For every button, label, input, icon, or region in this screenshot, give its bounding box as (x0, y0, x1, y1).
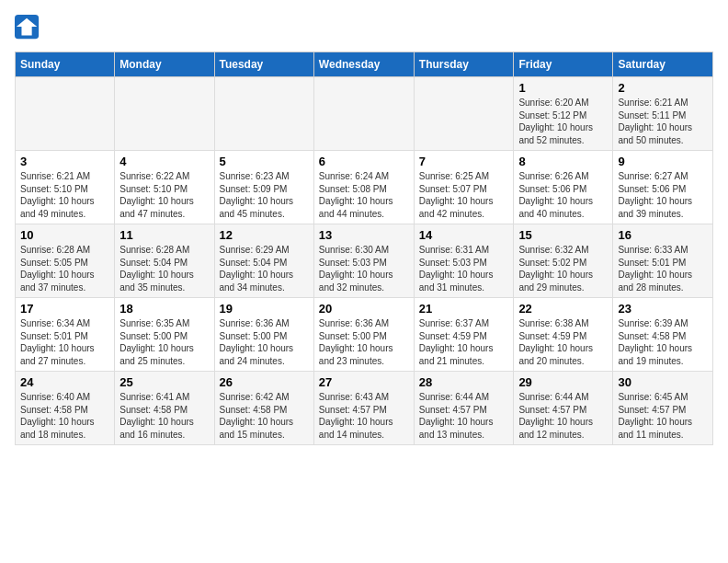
day-cell (214, 77, 313, 151)
week-row-2: 3Sunrise: 6:21 AMSunset: 5:10 PMDaylight… (16, 151, 713, 224)
day-detail: Sunrise: 6:20 AMSunset: 5:12 PMDaylight:… (518, 97, 608, 146)
day-cell: 13Sunrise: 6:30 AMSunset: 5:03 PMDayligh… (313, 224, 414, 298)
week-row-5: 24Sunrise: 6:40 AMSunset: 4:58 PMDayligh… (16, 372, 713, 445)
day-cell: 11Sunrise: 6:28 AMSunset: 5:04 PMDayligh… (115, 224, 214, 298)
logo (15, 15, 44, 40)
day-number: 24 (20, 375, 109, 389)
day-number: 18 (119, 302, 209, 316)
day-cell: 15Sunrise: 6:32 AMSunset: 5:02 PMDayligh… (514, 224, 613, 298)
day-number: 11 (119, 228, 209, 242)
day-detail: Sunrise: 6:38 AMSunset: 4:59 PMDaylight:… (518, 317, 608, 367)
day-number: 14 (419, 228, 509, 242)
week-row-3: 10Sunrise: 6:28 AMSunset: 5:05 PMDayligh… (16, 224, 713, 298)
day-detail: Sunrise: 6:39 AMSunset: 4:58 PMDaylight:… (618, 317, 708, 367)
day-detail: Sunrise: 6:36 AMSunset: 5:00 PMDaylight:… (220, 317, 309, 367)
day-detail: Sunrise: 6:30 AMSunset: 5:03 PMDaylight:… (319, 244, 409, 293)
day-cell: 6Sunrise: 6:24 AMSunset: 5:08 PMDaylight… (313, 151, 414, 224)
day-detail: Sunrise: 6:36 AMSunset: 5:00 PMDaylight:… (319, 317, 409, 367)
day-number: 20 (319, 302, 409, 316)
day-detail: Sunrise: 6:44 AMSunset: 4:57 PMDaylight:… (419, 391, 509, 441)
day-number: 8 (518, 155, 608, 168)
day-number: 21 (419, 302, 509, 316)
logo-icon (15, 15, 40, 40)
day-detail: Sunrise: 6:21 AMSunset: 5:10 PMDaylight:… (20, 170, 109, 220)
day-detail: Sunrise: 6:32 AMSunset: 5:02 PMDaylight:… (518, 244, 608, 293)
header (15, 15, 713, 40)
day-detail: Sunrise: 6:24 AMSunset: 5:08 PMDaylight:… (319, 170, 409, 220)
day-cell: 14Sunrise: 6:31 AMSunset: 5:03 PMDayligh… (414, 224, 514, 298)
day-detail: Sunrise: 6:27 AMSunset: 5:06 PMDaylight:… (618, 170, 708, 220)
day-cell: 25Sunrise: 6:41 AMSunset: 4:58 PMDayligh… (115, 372, 214, 445)
day-detail: Sunrise: 6:28 AMSunset: 5:04 PMDaylight:… (119, 244, 209, 293)
day-cell: 7Sunrise: 6:25 AMSunset: 5:07 PMDaylight… (414, 151, 514, 224)
day-detail: Sunrise: 6:26 AMSunset: 5:06 PMDaylight:… (518, 170, 608, 220)
day-number: 2 (618, 81, 708, 95)
week-row-4: 17Sunrise: 6:34 AMSunset: 5:01 PMDayligh… (16, 298, 713, 372)
day-cell (16, 77, 115, 151)
day-cell: 26Sunrise: 6:42 AMSunset: 4:58 PMDayligh… (214, 372, 313, 445)
day-cell (313, 77, 414, 151)
day-number: 22 (518, 302, 608, 316)
day-number: 27 (319, 375, 409, 389)
day-number: 4 (119, 155, 209, 168)
day-header-monday: Monday (115, 52, 214, 77)
day-number: 29 (518, 375, 608, 389)
header-row: SundayMondayTuesdayWednesdayThursdayFrid… (16, 52, 713, 77)
day-detail: Sunrise: 6:37 AMSunset: 4:59 PMDaylight:… (419, 317, 509, 367)
day-detail: Sunrise: 6:21 AMSunset: 5:11 PMDaylight:… (618, 97, 708, 146)
day-number: 7 (419, 155, 509, 168)
calendar-table: SundayMondayTuesdayWednesdayThursdayFrid… (15, 52, 713, 445)
day-detail: Sunrise: 6:41 AMSunset: 4:58 PMDaylight:… (119, 391, 209, 441)
day-cell: 4Sunrise: 6:22 AMSunset: 5:10 PMDaylight… (115, 151, 214, 224)
day-number: 9 (618, 155, 708, 168)
day-header-sunday: Sunday (16, 52, 115, 77)
day-detail: Sunrise: 6:34 AMSunset: 5:01 PMDaylight:… (20, 317, 109, 367)
day-number: 15 (518, 228, 608, 242)
day-detail: Sunrise: 6:45 AMSunset: 4:57 PMDaylight:… (618, 391, 708, 441)
day-cell (115, 77, 214, 151)
day-detail: Sunrise: 6:35 AMSunset: 5:00 PMDaylight:… (119, 317, 209, 367)
day-cell: 21Sunrise: 6:37 AMSunset: 4:59 PMDayligh… (414, 298, 514, 372)
day-detail: Sunrise: 6:31 AMSunset: 5:03 PMDaylight:… (419, 244, 509, 293)
day-detail: Sunrise: 6:33 AMSunset: 5:01 PMDaylight:… (618, 244, 708, 293)
day-cell: 2Sunrise: 6:21 AMSunset: 5:11 PMDaylight… (613, 77, 713, 151)
day-cell: 24Sunrise: 6:40 AMSunset: 4:58 PMDayligh… (16, 372, 115, 445)
day-number: 6 (319, 155, 409, 168)
day-header-tuesday: Tuesday (214, 52, 313, 77)
day-cell: 3Sunrise: 6:21 AMSunset: 5:10 PMDaylight… (16, 151, 115, 224)
day-header-friday: Friday (514, 52, 613, 77)
day-detail: Sunrise: 6:29 AMSunset: 5:04 PMDaylight:… (220, 244, 309, 293)
day-number: 17 (20, 302, 109, 316)
day-header-saturday: Saturday (613, 52, 713, 77)
day-header-thursday: Thursday (414, 52, 514, 77)
day-detail: Sunrise: 6:28 AMSunset: 5:05 PMDaylight:… (20, 244, 109, 293)
day-number: 30 (618, 375, 708, 389)
day-cell: 9Sunrise: 6:27 AMSunset: 5:06 PMDaylight… (613, 151, 713, 224)
day-detail: Sunrise: 6:43 AMSunset: 4:57 PMDaylight:… (319, 391, 409, 441)
day-number: 26 (220, 375, 309, 389)
day-cell: 18Sunrise: 6:35 AMSunset: 5:00 PMDayligh… (115, 298, 214, 372)
day-number: 10 (20, 228, 109, 242)
day-cell: 16Sunrise: 6:33 AMSunset: 5:01 PMDayligh… (613, 224, 713, 298)
day-cell: 12Sunrise: 6:29 AMSunset: 5:04 PMDayligh… (214, 224, 313, 298)
day-number: 1 (518, 81, 608, 95)
day-cell: 29Sunrise: 6:44 AMSunset: 4:57 PMDayligh… (514, 372, 613, 445)
day-number: 19 (220, 302, 309, 316)
day-cell: 8Sunrise: 6:26 AMSunset: 5:06 PMDaylight… (514, 151, 613, 224)
day-number: 28 (419, 375, 509, 389)
day-cell: 5Sunrise: 6:23 AMSunset: 5:09 PMDaylight… (214, 151, 313, 224)
day-detail: Sunrise: 6:40 AMSunset: 4:58 PMDaylight:… (20, 391, 109, 441)
day-number: 5 (220, 155, 309, 168)
day-detail: Sunrise: 6:25 AMSunset: 5:07 PMDaylight:… (419, 170, 509, 220)
day-cell: 1Sunrise: 6:20 AMSunset: 5:12 PMDaylight… (514, 77, 613, 151)
day-cell (414, 77, 514, 151)
day-cell: 23Sunrise: 6:39 AMSunset: 4:58 PMDayligh… (613, 298, 713, 372)
day-detail: Sunrise: 6:22 AMSunset: 5:10 PMDaylight:… (119, 170, 209, 220)
day-number: 25 (119, 375, 209, 389)
day-number: 23 (618, 302, 708, 316)
day-number: 12 (220, 228, 309, 242)
day-detail: Sunrise: 6:23 AMSunset: 5:09 PMDaylight:… (220, 170, 309, 220)
day-cell: 27Sunrise: 6:43 AMSunset: 4:57 PMDayligh… (313, 372, 414, 445)
day-number: 3 (20, 155, 109, 168)
day-cell: 19Sunrise: 6:36 AMSunset: 5:00 PMDayligh… (214, 298, 313, 372)
